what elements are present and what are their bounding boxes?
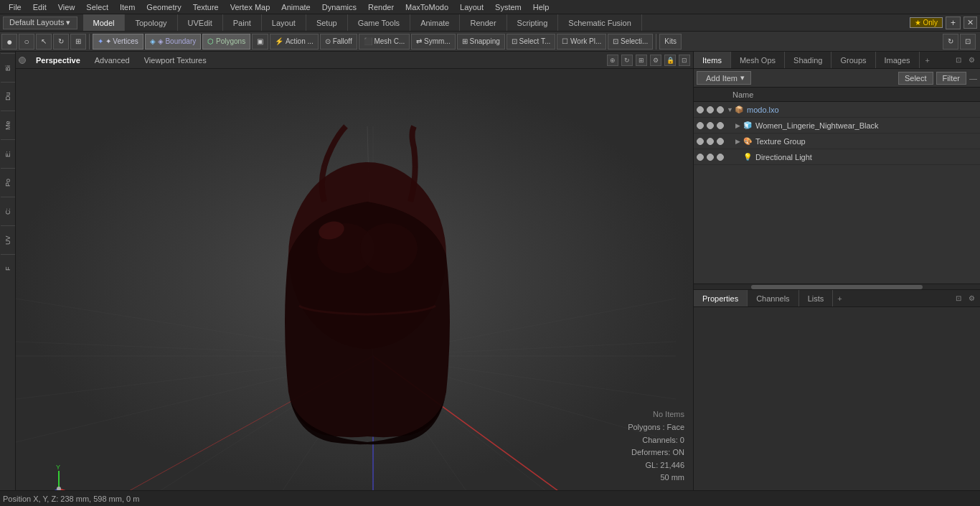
layout-tab-paint[interactable]: Paint [223, 14, 262, 31]
left-tb-uv[interactable]: UV [1, 225, 15, 254]
snapping-button[interactable]: ⊞ Snapping [457, 34, 505, 50]
menu-animate[interactable]: Animate [275, 1, 316, 13]
star-only-button[interactable]: ★ Only [910, 17, 943, 28]
right-tab-shading[interactable]: Shading [785, 52, 831, 68]
item-vis2-women[interactable] [707, 122, 714, 129]
viewport-canvas[interactable]: X Y Z No Items Polygons : Face Channels:… [16, 69, 693, 490]
vertices-button[interactable]: ✦ ✦ Vertices [93, 34, 143, 50]
close-layout-button[interactable]: ✕ [963, 17, 977, 29]
menu-vertex-map[interactable]: Vertex Map [225, 1, 276, 13]
mode-rotate-btn[interactable]: ↻ [53, 34, 69, 50]
work-pl-button[interactable]: ☐ Work Pl... [557, 34, 606, 50]
vp-icon-move[interactable]: ⊕ [607, 55, 618, 66]
left-tb-e[interactable]: E: [1, 139, 15, 168]
select-tool-button[interactable]: ⊡ Select T... [507, 34, 556, 50]
viewport-maximize-btn[interactable]: ⊡ [960, 34, 976, 50]
polygons-button[interactable]: ⬡ Polygons [202, 34, 250, 50]
prop-tab-properties[interactable]: Properties [694, 290, 748, 306]
items-dash[interactable]: — [969, 74, 977, 83]
menu-help[interactable]: Help [527, 1, 555, 13]
right-panel-expand-icon[interactable]: ⊡ [953, 55, 964, 66]
item-vis-texture[interactable] [697, 138, 704, 145]
symm-button[interactable]: ⇄ Symm... [411, 34, 455, 50]
right-tab-groups[interactable]: Groups [831, 52, 875, 68]
item-expand-women[interactable]: ▶ [735, 122, 743, 129]
item-vis3-women[interactable] [717, 122, 724, 129]
mesh-c-button[interactable]: ⬛ Mesh C... [359, 34, 410, 50]
right-tab-meshops[interactable]: Mesh Ops [731, 52, 785, 68]
menu-view[interactable]: View [52, 1, 81, 13]
mode-scale-btn[interactable]: ⊞ [70, 34, 86, 50]
menu-system[interactable]: System [489, 1, 527, 13]
mode-arrow-btn[interactable]: ↖ [36, 34, 52, 50]
layout-tab-topology[interactable]: Topology [125, 14, 177, 31]
menu-file[interactable]: File [3, 1, 27, 13]
menu-render[interactable]: Render [362, 1, 400, 13]
prop-tab-lists[interactable]: Lists [799, 290, 834, 306]
menu-texture[interactable]: Texture [187, 1, 225, 13]
item-vis3-modo-lxo[interactable] [717, 106, 724, 113]
menu-dynamics[interactable]: Dynamics [316, 1, 362, 13]
item-vis-women[interactable] [697, 122, 704, 129]
menu-layout[interactable]: Layout [454, 1, 489, 13]
menu-maxtomodo[interactable]: MaxToModo [400, 1, 454, 13]
layout-tab-scripting[interactable]: Scripting [507, 14, 559, 31]
left-tb-c[interactable]: C: [1, 197, 15, 225]
left-tb-du[interactable]: Du [1, 82, 15, 111]
viewport-rotate-btn[interactable]: ↻ [943, 34, 958, 50]
left-tb-me[interactable]: Me [1, 111, 15, 139]
falloff-button[interactable]: ⊙ Falloff [320, 34, 357, 50]
vp-tab-viewport-textures[interactable]: Viewport Textures [137, 55, 214, 66]
action-button[interactable]: ⚡ Action ... [270, 34, 319, 50]
item-row-texture-group[interactable]: ▶ 🎨 Texture Group [694, 133, 980, 149]
layout-dropdown[interactable]: Default Layouts ▾ [3, 17, 77, 29]
items-scrollbar[interactable] [694, 284, 980, 289]
viewport-dot[interactable] [19, 57, 26, 64]
layout-tab-schematic[interactable]: Schematic Fusion [558, 14, 641, 31]
layout-tab-setup[interactable]: Setup [306, 14, 348, 31]
item-vis3-light[interactable] [717, 154, 724, 161]
layout-tab-render[interactable]: Render [460, 14, 507, 31]
left-tb-f[interactable]: F [1, 254, 15, 283]
layout-tab-model[interactable]: Model [83, 14, 126, 31]
item-vis-modo-lxo[interactable] [697, 106, 704, 113]
menu-item[interactable]: Item [114, 1, 141, 13]
item-vis2-texture[interactable] [707, 138, 714, 145]
kits-button[interactable]: Kits [659, 34, 682, 50]
right-panel-settings-icon[interactable]: ⚙ [966, 55, 977, 66]
right-tab-add[interactable]: + [923, 56, 933, 65]
item-row-modo-lxo[interactable]: ▼ 📦 modo.lxo [694, 102, 980, 118]
left-tb-bi[interactable]: Bi [1, 53, 15, 82]
layout-tab-gametools[interactable]: Game Tools [348, 14, 411, 31]
vp-icon-lock[interactable]: 🔒 [664, 55, 676, 66]
vp-icon-scale[interactable]: ⊞ [636, 55, 647, 66]
menu-select[interactable]: Select [80, 1, 114, 13]
prop-tab-channels[interactable]: Channels [748, 290, 798, 306]
boundary-button[interactable]: ◈ ◈ Boundary [145, 34, 201, 50]
item-vis-light[interactable] [697, 154, 704, 161]
right-tab-items[interactable]: Items [694, 52, 731, 68]
menu-geometry[interactable]: Geometry [141, 1, 187, 13]
vp-tab-advanced[interactable]: Advanced [88, 55, 137, 66]
prop-settings-icon[interactable]: ⚙ [966, 293, 977, 304]
item-vis2-light[interactable] [707, 154, 714, 161]
vp-tab-perspective[interactable]: Perspective [29, 55, 88, 66]
right-tab-images[interactable]: Images [876, 52, 920, 68]
items-filter-button[interactable]: Filter [936, 72, 966, 85]
item-row-women-lingerie[interactable]: ▶ 🧊 Women_Lingerie_Nightwear_Black [694, 118, 980, 133]
mode-dot-btn[interactable]: ● [1, 34, 17, 50]
item-vis2-modo-lxo[interactable] [707, 106, 714, 113]
item-row-dir-light[interactable]: 💡 Directional Light [694, 149, 980, 165]
item-vis3-texture[interactable] [717, 138, 724, 145]
layout-tab-animate[interactable]: Animate [410, 14, 460, 31]
layout-tab-uvedit[interactable]: UVEdit [178, 14, 223, 31]
prop-expand-icon[interactable]: ⊡ [953, 293, 964, 304]
left-tb-po[interactable]: Po [1, 168, 15, 197]
items-select-button[interactable]: Select [898, 72, 933, 85]
menu-edit[interactable]: Edit [27, 1, 52, 13]
add-item-button[interactable]: Add Item ▾ [697, 71, 751, 85]
item-expand-texture[interactable]: ▶ [735, 138, 743, 145]
layout-tab-layout[interactable]: Layout [262, 14, 306, 31]
mode-ring-btn[interactable]: ○ [19, 34, 34, 50]
item-expand-modo-lxo[interactable]: ▼ [727, 106, 734, 113]
